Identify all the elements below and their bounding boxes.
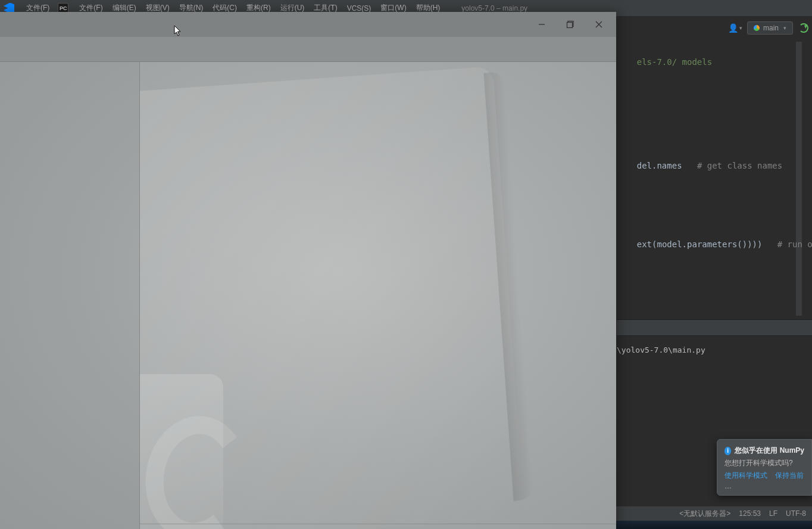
git-icon: [754, 25, 760, 31]
code-fragment: els-7.0/ models: [617, 48, 712, 76]
notification-title: 您似乎在使用 NumPy: [735, 446, 804, 456]
run-output-path: \yolov5-7.0\main.py: [617, 346, 705, 354]
code-fragment: del.names # get class names: [617, 151, 782, 180]
status-line-sep[interactable]: LF: [769, 509, 777, 518]
project-title: yolov5-7.0 – main.py: [461, 4, 527, 13]
editor-scrollbar[interactable]: [796, 42, 802, 316]
notification-link-use-scientific[interactable]: 使用科学模式: [724, 471, 767, 480]
git-branch-chip[interactable]: main: [747, 21, 793, 35]
notification-body: 您想打开科学模式吗?: [724, 458, 804, 468]
background-shape-mug: [140, 374, 223, 529]
fg-titlebar[interactable]: [0, 12, 616, 37]
notification-link-keep-current[interactable]: 保持当前: [775, 471, 804, 480]
git-branch-name: main: [763, 24, 779, 32]
maximize-button[interactable]: [557, 14, 584, 35]
fg-canvas: [140, 62, 616, 529]
close-button[interactable]: [585, 14, 613, 35]
code-fragment: ext(model.parameters()))) # run once: [617, 230, 812, 259]
notification-more[interactable]: …: [724, 482, 804, 490]
update-project-icon[interactable]: [799, 23, 808, 33]
numpy-notification: i 您似乎在使用 NumPy 您想打开科学模式吗? 使用科学模式 保持当前 …: [717, 439, 812, 496]
foreground-window: [0, 12, 616, 529]
fg-bottom-divider: [140, 524, 616, 524]
fg-toolbar: [0, 37, 616, 62]
status-encoding[interactable]: UTF-8: [786, 509, 806, 518]
info-icon: i: [724, 447, 731, 455]
status-server[interactable]: <无默认服务器>: [679, 509, 730, 519]
account-icon[interactable]: 👤: [729, 23, 741, 33]
svg-rect-1: [567, 23, 573, 28]
ide-toolbar-right: 👤 main: [729, 19, 808, 37]
status-caret-pos[interactable]: 125:53: [739, 509, 761, 518]
fg-sidebar: [0, 62, 140, 529]
fg-content-area: [0, 62, 616, 529]
minimize-button[interactable]: [528, 14, 555, 35]
run-toolwindow-header[interactable]: [617, 319, 812, 336]
